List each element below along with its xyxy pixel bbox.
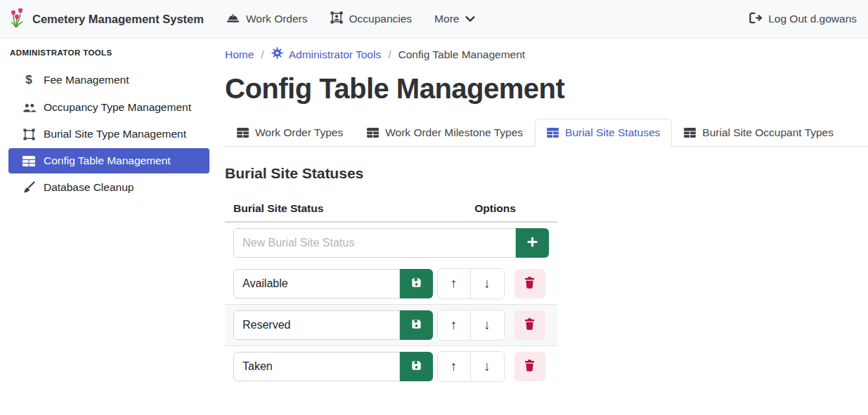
sidebar-heading: ADMINISTRATOR TOOLS	[10, 48, 209, 57]
nav-more[interactable]: More	[434, 13, 475, 25]
arrow-down-icon: ↓	[484, 317, 491, 333]
sidebar-item-label: Occupancy Type Management	[44, 101, 191, 114]
tab-label: Burial Site Statuses	[565, 126, 660, 139]
trash-icon	[524, 277, 535, 291]
tab-burial-site-statuses[interactable]: Burial Site Statuses	[535, 119, 672, 147]
nav-more-label: More	[434, 13, 459, 25]
status-input[interactable]	[233, 310, 400, 340]
sidebar-item-label: Database Cleanup	[44, 181, 134, 194]
status-row-available: ↑ ↓	[225, 263, 557, 304]
move-down-button[interactable]: ↓	[471, 310, 504, 340]
burial-site-status-table: Burial Site Status Options	[225, 196, 557, 387]
broom-icon	[21, 181, 37, 194]
sidebar-item-config-table-management[interactable]: Config Table Management	[8, 148, 209, 173]
sidebar-item-burial-site-type-management[interactable]: Burial Site Type Management	[8, 121, 209, 147]
table-icon	[21, 156, 37, 166]
sidebar-item-occupancy-type-management[interactable]: Occupancy Type Management	[8, 95, 209, 120]
delete-status-button[interactable]	[514, 310, 545, 340]
move-up-button[interactable]: ↑	[438, 310, 471, 340]
table-icon	[547, 128, 559, 138]
sidebar-item-database-cleanup[interactable]: Database Cleanup	[8, 175, 209, 200]
tab-work-order-types[interactable]: Work Order Types	[225, 119, 355, 147]
occupant-frame-icon	[330, 11, 343, 27]
tab-label: Burial Site Occupant Types	[702, 126, 834, 139]
users-icon	[21, 103, 37, 113]
column-header-options: Options	[433, 196, 557, 221]
plus-icon	[526, 236, 538, 250]
logout-label: Log Out d.gowans	[768, 13, 857, 25]
trash-icon	[524, 318, 535, 332]
save-icon	[410, 318, 422, 332]
logout-icon	[749, 12, 762, 27]
app-title: Cemetery Management System	[32, 13, 204, 26]
page-title: Config Table Management	[225, 73, 868, 105]
delete-status-button[interactable]	[514, 352, 545, 381]
arrow-down-icon: ↓	[484, 276, 491, 291]
top-navbar: Cemetery Management System Work Orders	[0, 0, 868, 39]
arrow-up-icon: ↑	[451, 317, 458, 333]
tab-bar: Work Order Types Work Order Milestone Ty…	[225, 119, 868, 147]
sidebar-item-label: Fee Management	[44, 74, 129, 86]
table-icon	[367, 128, 379, 138]
status-row-taken: ↑ ↓	[225, 346, 557, 387]
trash-icon	[524, 360, 535, 374]
move-down-button[interactable]: ↓	[471, 352, 504, 381]
save-icon	[410, 360, 422, 374]
tulip-logo-icon	[8, 7, 25, 31]
tab-work-order-milestone-types[interactable]: Work Order Milestone Types	[355, 119, 535, 147]
save-status-button[interactable]	[400, 269, 433, 298]
nav-occupancies-label: Occupancies	[349, 13, 413, 25]
dollar-icon: $	[21, 73, 37, 87]
reorder-button-group: ↑ ↓	[437, 351, 505, 382]
section-heading: Burial Site Statuses	[225, 165, 868, 182]
save-status-button[interactable]	[400, 310, 433, 340]
hard-hat-icon	[226, 13, 240, 26]
status-input[interactable]	[233, 269, 400, 298]
vector-square-icon	[21, 129, 37, 140]
nav-occupancies[interactable]: Occupancies	[330, 11, 413, 27]
new-status-input[interactable]	[233, 228, 516, 258]
main-content: Home /	[218, 39, 868, 415]
breadcrumb-separator: /	[261, 48, 264, 61]
arrow-up-icon: ↑	[451, 276, 458, 291]
tab-burial-site-occupant-types[interactable]: Burial Site Occupant Types	[672, 119, 846, 147]
breadcrumb-current: Config Table Management	[399, 48, 526, 61]
sidebar-item-fee-management[interactable]: $ Fee Management	[8, 67, 209, 93]
arrow-down-icon: ↓	[484, 359, 491, 374]
add-status-button[interactable]	[516, 228, 549, 258]
move-up-button[interactable]: ↑	[438, 352, 471, 381]
logout-button[interactable]: Log Out d.gowans	[749, 12, 857, 27]
delete-status-button[interactable]	[514, 269, 545, 298]
tab-label: Work Order Milestone Types	[385, 126, 523, 139]
status-row-reserved: ↑ ↓	[225, 304, 557, 346]
sidebar: ADMINISTRATOR TOOLS $ Fee Management Occ…	[0, 39, 218, 415]
move-up-button[interactable]: ↑	[438, 269, 471, 298]
app-brand[interactable]: Cemetery Management System	[8, 7, 204, 31]
tab-label: Work Order Types	[255, 126, 343, 139]
table-icon	[684, 128, 696, 138]
column-header-status: Burial Site Status	[225, 196, 433, 221]
breadcrumb-home-link[interactable]: Home	[225, 48, 254, 61]
nav-work-orders-label: Work Orders	[246, 13, 308, 25]
chevron-down-icon	[465, 13, 475, 25]
save-icon	[410, 277, 422, 291]
breadcrumb: Home /	[225, 47, 868, 62]
table-header-row: Burial Site Status Options	[225, 196, 557, 223]
arrow-up-icon: ↑	[451, 359, 458, 374]
reorder-button-group: ↑ ↓	[437, 268, 505, 299]
table-icon	[237, 128, 249, 138]
status-input[interactable]	[233, 352, 400, 381]
move-down-button[interactable]: ↓	[471, 269, 504, 298]
sidebar-item-label: Burial Site Type Management	[44, 128, 186, 140]
nav-work-orders[interactable]: Work Orders	[226, 13, 308, 26]
sidebar-item-label: Config Table Management	[44, 154, 171, 167]
breadcrumb-separator: /	[388, 48, 391, 61]
reorder-button-group: ↑ ↓	[437, 310, 505, 341]
breadcrumb-admin-tools-link[interactable]: Administrator Tools	[271, 47, 382, 62]
save-status-button[interactable]	[400, 352, 433, 381]
new-status-row	[225, 223, 557, 263]
gear-icon	[271, 47, 283, 62]
